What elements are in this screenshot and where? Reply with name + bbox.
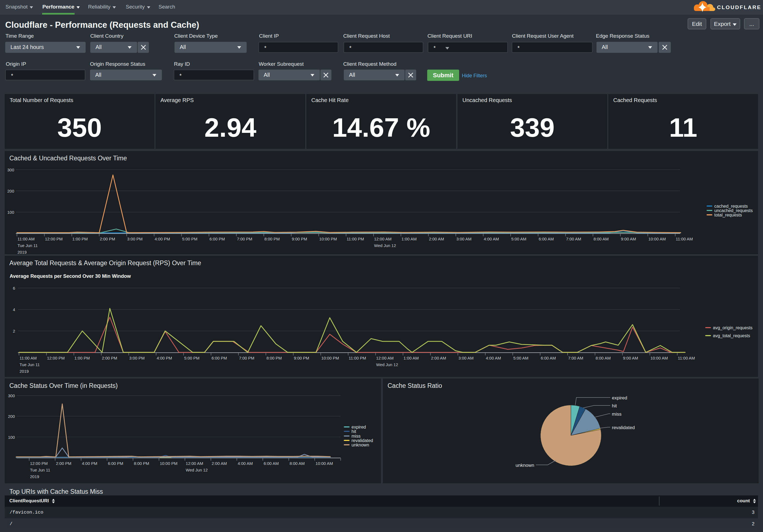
svg-text:2019: 2019 bbox=[30, 474, 39, 479]
svg-text:2019: 2019 bbox=[18, 250, 27, 254]
svg-text:12:00 PM: 12:00 PM bbox=[45, 236, 62, 241]
svg-text:11:00 AM: 11:00 AM bbox=[678, 356, 695, 360]
svg-text:7:00 AM: 7:00 AM bbox=[566, 236, 581, 241]
svg-text:4:00 AM: 4:00 AM bbox=[484, 236, 499, 241]
svg-text:2019: 2019 bbox=[20, 369, 29, 374]
svg-text:CLOUDFLARE: CLOUDFLARE bbox=[717, 4, 761, 10]
svg-text:8:00 PM: 8:00 PM bbox=[267, 356, 282, 360]
svg-text:6: 6 bbox=[13, 286, 15, 291]
svg-text:2:00 AM: 2:00 AM bbox=[431, 356, 446, 360]
svg-text:12:00 PM: 12:00 PM bbox=[30, 461, 48, 466]
svg-text:hit: hit bbox=[612, 403, 617, 408]
svg-text:8:00 AM: 8:00 AM bbox=[594, 236, 608, 241]
svg-text:11:00 AM: 11:00 AM bbox=[20, 356, 37, 360]
svg-text:1:00 PM: 1:00 PM bbox=[74, 356, 90, 360]
svg-text:5:00 PM: 5:00 PM bbox=[184, 356, 200, 360]
svg-text:10:00 PM: 10:00 PM bbox=[321, 356, 339, 360]
svg-text:unknown: unknown bbox=[515, 463, 534, 468]
svg-text:10:00 AM: 10:00 AM bbox=[648, 236, 666, 241]
svg-text:7:00 PM: 7:00 PM bbox=[237, 236, 253, 241]
svg-text:5:00 PM: 5:00 PM bbox=[182, 236, 197, 241]
svg-text:10:00 AM: 10:00 AM bbox=[650, 356, 668, 360]
svg-text:10:00 PM: 10:00 PM bbox=[319, 236, 337, 241]
svg-text:8:00 PM: 8:00 PM bbox=[264, 236, 280, 241]
svg-text:expired: expired bbox=[612, 395, 627, 400]
svg-text:miss: miss bbox=[612, 411, 621, 417]
svg-text:200: 200 bbox=[8, 414, 15, 419]
svg-text:6:00 AM: 6:00 AM bbox=[541, 356, 556, 360]
svg-text:2:00 PM: 2:00 PM bbox=[56, 461, 71, 466]
svg-text:12:00 AM: 12:00 AM bbox=[186, 461, 203, 466]
svg-text:3:00 AM: 3:00 AM bbox=[458, 356, 474, 360]
svg-text:8:00 AM: 8:00 AM bbox=[289, 461, 305, 466]
svg-text:2:00 PM: 2:00 PM bbox=[100, 236, 115, 241]
svg-text:4:00 PM: 4:00 PM bbox=[82, 461, 97, 466]
svg-text:9:00 PM: 9:00 PM bbox=[292, 236, 307, 241]
svg-text:10:00 AM: 10:00 AM bbox=[315, 461, 333, 466]
svg-text:6:00 AM: 6:00 AM bbox=[539, 236, 554, 241]
svg-text:2:00 PM: 2:00 PM bbox=[102, 356, 117, 360]
svg-text:3:00 PM: 3:00 PM bbox=[129, 356, 145, 360]
svg-text:Tue Jun 11: Tue Jun 11 bbox=[18, 243, 38, 248]
svg-text:11:00 AM: 11:00 AM bbox=[18, 236, 35, 241]
svg-text:6:00 PM: 6:00 PM bbox=[209, 236, 225, 241]
svg-text:4:00 PM: 4:00 PM bbox=[157, 356, 172, 360]
svg-text:9:00 AM: 9:00 AM bbox=[621, 236, 636, 241]
svg-text:Wed Jun 12: Wed Jun 12 bbox=[186, 468, 208, 472]
svg-text:4:00 AM: 4:00 AM bbox=[486, 356, 501, 360]
svg-text:8:00 PM: 8:00 PM bbox=[134, 461, 149, 466]
svg-text:12:00 AM: 12:00 AM bbox=[374, 236, 391, 241]
svg-text:6:00 PM: 6:00 PM bbox=[108, 461, 123, 466]
svg-text:11:00 PM: 11:00 PM bbox=[349, 356, 366, 360]
svg-text:11:00 PM: 11:00 PM bbox=[347, 236, 364, 241]
svg-text:9:00 PM: 9:00 PM bbox=[294, 356, 309, 360]
svg-text:7:00 PM: 7:00 PM bbox=[239, 356, 254, 360]
svg-text:6:00 AM: 6:00 AM bbox=[264, 461, 279, 466]
svg-text:2:00 AM: 2:00 AM bbox=[429, 236, 444, 241]
svg-text:7:00 AM: 7:00 AM bbox=[568, 356, 583, 360]
svg-text:3:00 PM: 3:00 PM bbox=[127, 236, 143, 241]
svg-text:Tue Jun 11: Tue Jun 11 bbox=[30, 468, 50, 472]
svg-text:12:00 AM: 12:00 AM bbox=[376, 356, 393, 360]
svg-text:11:00 AM: 11:00 AM bbox=[676, 236, 693, 241]
svg-text:300: 300 bbox=[7, 167, 14, 172]
svg-text:Wed Jun 12: Wed Jun 12 bbox=[374, 243, 396, 248]
svg-text:10:00 PM: 10:00 PM bbox=[160, 461, 177, 466]
svg-text:2:00 AM: 2:00 AM bbox=[212, 461, 227, 466]
svg-text:1:00 AM: 1:00 AM bbox=[401, 236, 417, 241]
svg-text:200: 200 bbox=[7, 189, 14, 193]
svg-text:1:00 AM: 1:00 AM bbox=[403, 356, 419, 360]
svg-text:revalidated: revalidated bbox=[612, 425, 635, 430]
svg-text:2: 2 bbox=[13, 329, 15, 333]
svg-text:4:00 AM: 4:00 AM bbox=[238, 461, 253, 466]
svg-text:12:00 PM: 12:00 PM bbox=[47, 356, 65, 360]
svg-text:4: 4 bbox=[13, 307, 15, 312]
svg-text:9:00 AM: 9:00 AM bbox=[623, 356, 638, 360]
svg-text:6:00 PM: 6:00 PM bbox=[212, 356, 227, 360]
svg-text:100: 100 bbox=[8, 435, 15, 440]
svg-text:100: 100 bbox=[7, 210, 14, 215]
svg-text:5:00 AM: 5:00 AM bbox=[511, 236, 526, 241]
svg-text:Wed Jun 12: Wed Jun 12 bbox=[376, 362, 398, 367]
svg-text:300: 300 bbox=[8, 394, 15, 398]
svg-text:Tue Jun 11: Tue Jun 11 bbox=[20, 362, 40, 367]
svg-text:4:00 PM: 4:00 PM bbox=[155, 236, 170, 241]
svg-text:1:00 PM: 1:00 PM bbox=[72, 236, 88, 241]
svg-text:8:00 AM: 8:00 AM bbox=[596, 356, 611, 360]
svg-text:5:00 AM: 5:00 AM bbox=[513, 356, 528, 360]
svg-text:3:00 AM: 3:00 AM bbox=[456, 236, 472, 241]
